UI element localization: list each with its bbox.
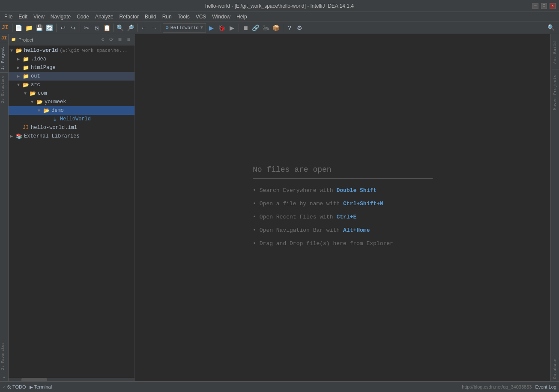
synchronize-button[interactable]: 🔄 — [45, 23, 54, 33]
cut-button[interactable]: ✂ — [82, 23, 91, 33]
toolbar-separator-6 — [161, 24, 161, 32]
tree-item-label: External Libraries — [24, 133, 80, 139]
sidebar-item-project[interactable]: 1: Project — [0, 44, 8, 72]
java-class-icon: ☕ — [51, 116, 58, 123]
side-divider-1 — [0, 43, 8, 43]
minimize-button[interactable]: ─ — [532, 3, 538, 9]
menu-vcs[interactable]: VCS — [193, 13, 209, 21]
root-path: (E:\git_work_space\he... — [60, 48, 127, 53]
tree-item-idea[interactable]: ▶ 📁 .idea — [9, 55, 135, 63]
tip-recent-files: • Open Recent Files with Ctrl+E — [253, 214, 356, 220]
sidebar-item-structure[interactable]: 2: Structure — [0, 73, 8, 106]
tip-text-3: Open Recent Files with — [260, 214, 333, 220]
sidebar-item-database[interactable]: Database — [552, 356, 558, 381]
copy-button[interactable]: ⎘ — [92, 23, 102, 33]
sidebar-item-favorites[interactable]: 2: Favorites — [0, 340, 8, 373]
tree-item-src[interactable]: ▼ 📂 src — [9, 81, 135, 89]
menu-navigate[interactable]: Navigate — [48, 13, 73, 21]
event-log-button[interactable]: Event Log — [535, 384, 556, 389]
run-button[interactable]: ▶ — [207, 23, 216, 33]
tree-item-com[interactable]: ▼ 📂 com — [9, 89, 135, 98]
bottom-bar: ✓ 6: TODO ▶ Terminal http://blog.csdn.ne… — [0, 381, 559, 392]
window-title: hello-world - [E:\git_work_space\hello-w… — [205, 3, 354, 9]
paste-button[interactable]: 📋 — [102, 23, 112, 33]
replace-button[interactable]: 🔎 — [126, 23, 135, 33]
menu-file[interactable]: File — [2, 13, 15, 21]
tree-arrow-icon: ▼ — [38, 108, 43, 113]
save-all-button[interactable]: 💾 — [35, 23, 44, 33]
title-bar: hello-world - [E:\git_work_space\hello-w… — [0, 0, 559, 12]
tree-item-ext-libs[interactable]: ▶ 📚 External Libraries — [9, 132, 135, 141]
run-with-coverage-button[interactable]: ▶ — [227, 23, 237, 33]
tree-item-label: src — [31, 82, 40, 88]
menu-analyze[interactable]: Analyze — [93, 13, 116, 21]
open-button[interactable]: 📁 — [24, 23, 34, 33]
sidebar-item-maven[interactable]: Maven Projects — [552, 72, 558, 113]
settings-button[interactable]: ⚙ — [295, 23, 305, 33]
tree-arrow-icon: ▶ — [17, 65, 22, 70]
panel-settings-icon[interactable]: ⚙ — [99, 36, 106, 43]
stop-button[interactable]: ⏹ — [241, 23, 250, 33]
folder-icon: 📁 — [22, 64, 29, 71]
project-scrollbar[interactable] — [9, 378, 135, 381]
panel-options-icon[interactable]: ≡ — [125, 36, 132, 43]
tree-item-demo[interactable]: ▼ 📂 demo — [9, 106, 135, 115]
maximize-button[interactable]: □ — [541, 3, 547, 9]
sidebar-item-ant-build[interactable]: Ant Build — [552, 39, 558, 66]
tree-arrow-icon: ▼ — [17, 83, 22, 87]
tree-item-helloworld[interactable]: ▶ ☕ HelloWorld — [9, 115, 135, 123]
toolbar-separator-1 — [12, 24, 12, 32]
close-button[interactable]: ✕ — [550, 3, 556, 9]
bottom-right-area: http://blog.csdn.net/qq_34033853 Event L… — [462, 384, 556, 389]
debug-button[interactable]: 🐞 — [217, 23, 227, 33]
back-button[interactable]: ← — [139, 23, 149, 33]
menu-tools[interactable]: Tools — [175, 13, 192, 21]
menu-help[interactable]: Help — [234, 13, 250, 21]
tree-item-youmeek[interactable]: ▼ 📂 youmeek — [9, 98, 135, 106]
tree-item-out[interactable]: ▶ 📁 out — [9, 72, 135, 81]
redo-button[interactable]: ↪ — [69, 23, 78, 33]
tree-item-htmlpage[interactable]: ▶ 📁 htmlPage — [9, 63, 135, 72]
todo-panel-button[interactable]: ✓ 6: TODO — [3, 384, 26, 389]
help-button[interactable]: ? — [285, 23, 294, 33]
new-file-button[interactable]: 📄 — [14, 23, 24, 33]
menu-edit[interactable]: Edit — [16, 13, 30, 21]
iml-icon: JI — [22, 124, 29, 131]
project-panel: 📁 Project ⚙ ⟳ ⊟ ≡ ▼ 📂 hello-world (E:\gi… — [9, 34, 135, 381]
shortcut-recent-files: Ctrl+E — [336, 214, 356, 220]
ant-button[interactable]: 🐜 — [261, 23, 271, 33]
folder-icon: 📂 — [36, 99, 43, 105]
toolbar-separator-2 — [56, 24, 57, 32]
toolbar: JI 📄 📁 💾 🔄 ↩ ↪ ✂ ⎘ 📋 🔍 🔎 ← → ⚙ HelloWorl… — [0, 21, 559, 34]
menu-run[interactable]: Run — [160, 13, 174, 21]
tree-item-iml[interactable]: ▶ JI hello-world.iml — [9, 123, 135, 132]
panel-collapse-icon[interactable]: ⊟ — [117, 36, 123, 43]
toolbar-separator-8 — [283, 24, 283, 32]
intellij-logo-side[interactable]: JI — [0, 34, 8, 42]
run-config-selector[interactable]: ⚙ HelloWorld ▼ — [163, 23, 206, 33]
undo-button[interactable]: ↩ — [58, 23, 68, 33]
panel-sync-icon[interactable]: ⟳ — [108, 36, 115, 43]
menu-window[interactable]: Window — [209, 13, 233, 21]
attach-debugger-button[interactable]: 🔗 — [251, 23, 260, 33]
tree-item-label: .idea — [31, 56, 46, 62]
tree-root[interactable]: ▼ 📂 hello-world (E:\git_work_space\he... — [9, 46, 135, 55]
main-area: JI 1: Project 2: Structure 2: Favorites … — [0, 34, 559, 381]
window-controls: ─ □ ✕ — [532, 3, 556, 9]
forward-button[interactable]: → — [149, 23, 159, 33]
menu-code[interactable]: Code — [74, 13, 92, 21]
event-log-label: Event Log — [535, 384, 556, 389]
build-artifacts-button[interactable]: 📦 — [272, 23, 281, 33]
search-everywhere-button[interactable]: 🔍 — [546, 23, 556, 33]
menu-build[interactable]: Build — [142, 13, 159, 21]
tree-item-label: youmeek — [45, 99, 66, 105]
folder-icon: 📁 — [22, 73, 29, 80]
menu-view[interactable]: View — [31, 13, 47, 21]
find-button[interactable]: 🔍 — [116, 23, 125, 33]
shortcut-open-file: Ctrl+Shift+N — [343, 200, 383, 207]
favorites-star-icon[interactable]: ★ — [0, 373, 8, 381]
bullet-icon: • — [253, 214, 256, 220]
menu-refactor[interactable]: Refactor — [117, 13, 141, 21]
terminal-panel-button[interactable]: ▶ Terminal — [30, 384, 52, 389]
project-panel-title: Project — [18, 37, 98, 42]
